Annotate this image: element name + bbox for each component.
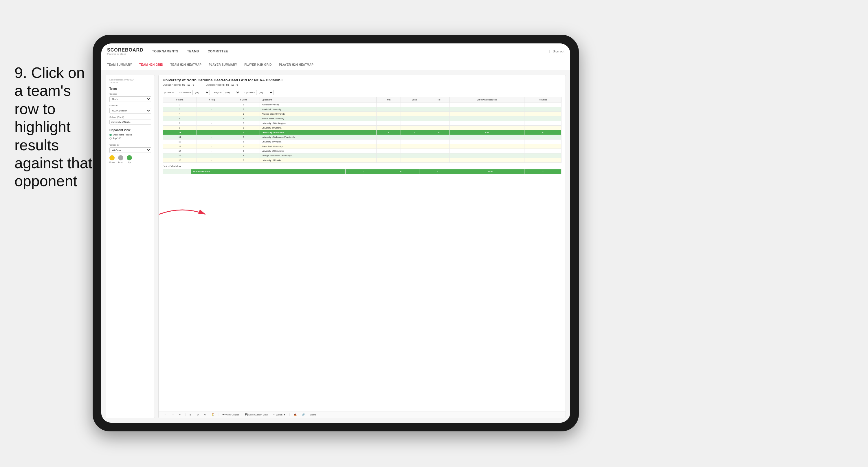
out-diff: 26.00 <box>456 169 524 174</box>
out-of-division-table: NCAA Division II 1 0 0 26.00 3 <box>163 169 561 174</box>
add-button[interactable]: ⊕ <box>195 413 200 417</box>
upload-button[interactable]: 📤 <box>292 413 298 417</box>
left-panel: Last Updated: 27/03/2024 16:55:38 Team G… <box>106 75 155 418</box>
grid-header: University of North Carolina Head-to-Hea… <box>159 75 565 88</box>
subnav-team-summary[interactable]: TEAM SUMMARY <box>107 62 132 68</box>
subnav-team-h2h-heatmap[interactable]: TEAM H2H HEATMAP <box>170 62 202 68</box>
radio-top100[interactable]: Top 100 <box>110 137 151 140</box>
legend-up-circle <box>127 155 132 160</box>
opponent-view-section: Opponent View Opponents Played Top 100 <box>110 128 151 140</box>
legend-down: Down <box>110 155 115 163</box>
save-custom-view-button[interactable]: 💾 Save Custom View <box>243 413 270 417</box>
grid-button[interactable]: ⊞ <box>188 413 193 417</box>
bottom-toolbar: ← → ↩ | ⊞ ⊕ ↻ ⏳ | 👁 View: Original 💾 Sav… <box>159 411 565 418</box>
separator-3: | <box>289 413 290 416</box>
instruction-text: 9. Click on a team's row to highlight re… <box>14 64 95 190</box>
out-loss: 0 <box>382 169 420 174</box>
opponent-select[interactable]: (All) <box>256 90 274 95</box>
out-rounds: 3 <box>524 169 561 174</box>
nav-item-committee[interactable]: COMMITTEE <box>208 48 228 54</box>
table-row[interactable]: 14-2University of Oklahoma <box>163 149 561 153</box>
col-reg: # Reg <box>197 97 227 103</box>
h2h-table: # Rank # Reg # Conf Opponent Win Loss Ti… <box>163 97 561 163</box>
filter-row: Opponents: Conference (All) Region (All) <box>159 88 565 97</box>
table-row[interactable]: 12-3University of Virginia <box>163 140 561 144</box>
conference-filter: Conference (All) <box>179 90 210 95</box>
region-select[interactable]: (All) <box>223 90 240 95</box>
out-division-row[interactable]: NCAA Division II 1 0 0 26.00 3 <box>163 169 561 174</box>
legend-up: Up <box>127 155 132 163</box>
out-tie: 0 <box>419 169 456 174</box>
school-label: School (Rank) <box>110 116 151 118</box>
nav-divider: | <box>549 50 550 53</box>
radio-opponents-played[interactable]: Opponents Played <box>110 134 151 136</box>
col-rank: # Rank <box>163 97 197 103</box>
logo-powered: Powered by clippd <box>107 53 144 55</box>
col-diff: Diff Av Strokes/Rnd <box>450 97 524 103</box>
top-nav: SCOREBOARD Powered by clippd TOURNAMENTS… <box>101 43 570 59</box>
separator-2: | <box>218 413 219 416</box>
school-input[interactable] <box>110 120 151 124</box>
right-panel: University of North Carolina Head-to-Hea… <box>158 75 566 418</box>
table-row[interactable]: 2-1Auburn University <box>163 103 561 107</box>
team-section-label: Team <box>110 87 151 90</box>
view-original-button[interactable]: 👁 View: Original <box>221 413 241 417</box>
sign-out-link[interactable]: Sign out <box>553 50 564 53</box>
table-row[interactable]: 8-2University of Washington <box>163 121 561 126</box>
legend-row: Down Level Up <box>110 155 151 163</box>
tablet-screen: SCOREBOARD Powered by clippd TOURNAMENTS… <box>101 43 570 423</box>
opponent-filter: Opponent (All) <box>245 90 274 95</box>
table-row[interactable]: 3-2Vanderbilt University <box>163 107 561 112</box>
grid-records: Overall Record: 89 - 17 - 0 Division Rec… <box>163 83 561 86</box>
col-win: Win <box>376 97 401 103</box>
legend-level-circle <box>118 155 123 160</box>
col-loss: Loss <box>401 97 428 103</box>
link-button[interactable]: 🔗 <box>301 413 306 417</box>
watch-button[interactable]: 👁 Watch ▼ <box>272 413 287 417</box>
col-opponent: Opponent <box>260 97 376 103</box>
colour-by-section: Colour by Win/loss Down Level <box>110 144 151 163</box>
out-win: 1 <box>345 169 382 174</box>
out-division-name <box>163 169 191 174</box>
conference-select[interactable]: (All) <box>192 90 210 95</box>
logo-area: SCOREBOARD Powered by clippd <box>107 48 144 55</box>
nav-item-teams[interactable]: TEAMS <box>187 48 199 54</box>
table-row[interactable]: 11-6University of Arkansas, Fayetteville <box>163 135 561 140</box>
subnav-player-h2h-grid[interactable]: PLAYER H2H GRID <box>244 62 272 68</box>
main-content: Last Updated: 27/03/2024 16:55:38 Team G… <box>101 70 570 423</box>
out-of-division-label: Out of division <box>163 163 561 169</box>
table-row[interactable]: 16-3University of Florida <box>163 158 561 163</box>
tablet-frame: SCOREBOARD Powered by clippd TOURNAMENTS… <box>93 35 579 431</box>
redo-button[interactable]: → <box>170 413 176 417</box>
table-row[interactable]: 13-1Texas Tech University <box>163 144 561 149</box>
division-label: Division <box>110 104 151 107</box>
division-record: Division Record: 88 - 17 - 0 <box>206 83 238 86</box>
table-row[interactable]: 9-3University of Arizona <box>163 126 561 130</box>
table-row[interactable]: 6-2Florida State University <box>163 116 561 121</box>
subnav-player-summary[interactable]: PLAYER SUMMARY <box>209 62 237 68</box>
reset-button[interactable]: ↩ <box>178 413 183 417</box>
out-division-label: NCAA Division II <box>191 169 345 174</box>
refresh-button[interactable]: ↻ <box>203 413 208 417</box>
colour-by-select[interactable]: Win/loss <box>110 147 151 153</box>
table-row[interactable]: 4-1Arizona State University <box>163 112 561 116</box>
radio-dot-top100 <box>110 137 112 140</box>
subnav-player-h2h-heatmap[interactable]: PLAYER H2H HEATMAP <box>279 62 313 68</box>
table-row[interactable]: 11-5University of Alabama3002.618 <box>163 130 561 135</box>
division-select[interactable]: NCAA Division I <box>110 108 151 114</box>
gender-select[interactable]: Men's <box>110 96 151 102</box>
undo-button[interactable]: ← <box>163 413 168 417</box>
region-filter: Region (All) <box>214 90 240 95</box>
share-button[interactable]: Share <box>309 413 317 417</box>
data-table-container: # Rank # Reg # Conf Opponent Win Loss Ti… <box>159 97 565 411</box>
colour-by-label: Colour by <box>110 144 151 146</box>
opponents-label: Opponents: <box>163 91 175 94</box>
nav-item-tournaments[interactable]: TOURNAMENTS <box>152 48 179 54</box>
clock-button[interactable]: ⏳ <box>210 413 216 417</box>
overall-record: Overall Record: 89 - 17 - 0 <box>163 83 194 86</box>
table-row[interactable]: 15-4Georgia Institute of Technology <box>163 153 561 158</box>
subnav-team-h2h-grid[interactable]: TEAM H2H GRID <box>139 62 163 68</box>
radio-dot-played <box>110 134 112 136</box>
nav-items: TOURNAMENTS TEAMS COMMITTEE <box>152 48 549 54</box>
legend-down-circle <box>110 155 115 160</box>
